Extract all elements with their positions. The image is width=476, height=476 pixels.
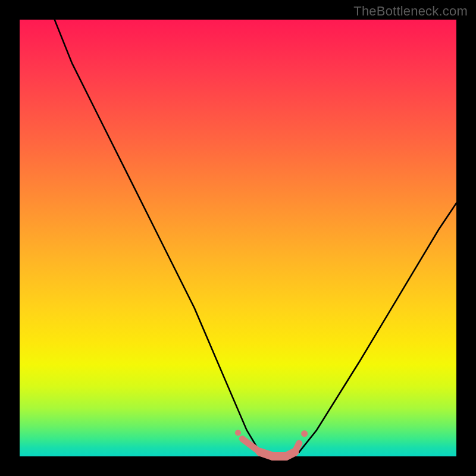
valley-marker-dot — [235, 430, 241, 436]
watermark-text: TheBottleneck.com — [353, 4, 468, 19]
curve-layer — [20, 20, 456, 456]
valley-marker-segment — [295, 443, 299, 452]
chart-frame: TheBottleneck.com — [0, 0, 476, 476]
bottleneck-curve — [55, 20, 456, 456]
curve-right-arm — [299, 203, 456, 452]
curve-left-arm — [55, 20, 260, 452]
valley-marker-dot — [301, 430, 308, 437]
plot-area — [20, 20, 456, 456]
valley-markers — [235, 430, 308, 456]
